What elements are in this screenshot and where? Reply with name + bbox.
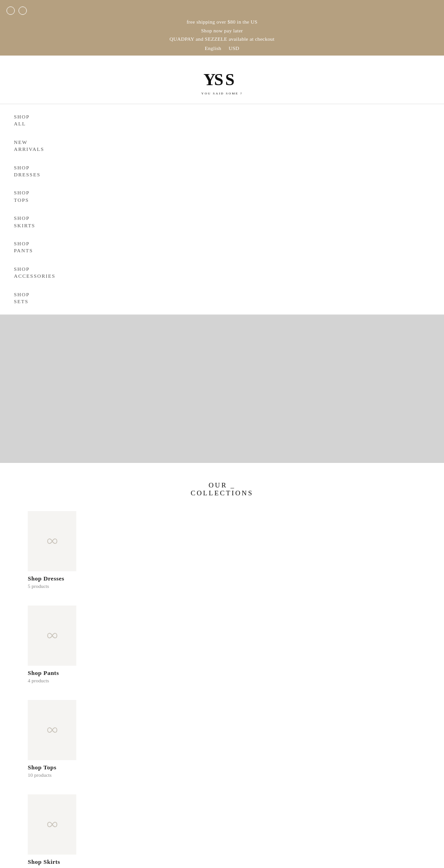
- collection-item-skirts[interactable]: Shop Skirts: [14, 794, 430, 866]
- dresses-placeholder-icon: [43, 537, 62, 546]
- nav-item-shop-dresses[interactable]: ShopDresses: [0, 159, 444, 184]
- collection-image-pants: [28, 606, 76, 666]
- nav-item-shop-accessories[interactable]: ShopAccessories: [0, 260, 444, 286]
- nav-item-new-arrivals[interactable]: NewArrivals: [0, 133, 444, 159]
- collection-image-tops: [28, 700, 76, 760]
- svg-text:SS: SS: [214, 70, 236, 89]
- collection-name-skirts: Shop Skirts: [28, 858, 430, 866]
- icon-circle-2: [18, 6, 27, 15]
- skirts-placeholder-icon: [43, 820, 62, 829]
- collection-name-tops: Shop Tops: [28, 764, 430, 771]
- collection-label-dresses: Shop Dresses 5 products: [28, 575, 430, 589]
- logo[interactable]: Y SS YOU SAID SOME ?: [201, 69, 243, 95]
- announcement-line1: free shipping over $80 in the US: [0, 18, 444, 26]
- announcement-line2: Shop now pay later: [0, 26, 444, 35]
- collection-image-dresses: [28, 511, 76, 571]
- collection-item-pants[interactable]: Shop Pants 4 products: [14, 606, 430, 683]
- tops-placeholder-icon: [43, 725, 62, 735]
- hero-image: [0, 315, 444, 463]
- site-header: Y SS YOU SAID SOME ?: [0, 56, 444, 104]
- collection-label-tops: Shop Tops 10 products: [28, 764, 430, 778]
- collections-section: OUR _COLLECTIONS Shop Dresses 5 products…: [0, 463, 444, 868]
- nav-list: ShopAll NewArrivals ShopDresses ShopTops…: [0, 104, 444, 314]
- collection-image-skirts: [28, 794, 76, 855]
- collection-label-skirts: Shop Skirts: [28, 858, 430, 866]
- nav-item-shop-pants[interactable]: ShopPants: [0, 235, 444, 260]
- collection-name-dresses: Shop Dresses: [28, 575, 430, 582]
- nav-item-shop-tops[interactable]: ShopTops: [0, 184, 444, 209]
- icon-circle-1: [6, 6, 15, 15]
- language-selector[interactable]: English: [205, 45, 222, 51]
- nav-item-shop-skirts[interactable]: ShopSkirts: [0, 209, 444, 235]
- collection-label-pants: Shop Pants 4 products: [28, 669, 430, 683]
- logo-brand: Y SS: [201, 69, 243, 92]
- logo-tagline: YOU SAID SOME ?: [201, 92, 243, 95]
- collection-count-pants: 4 products: [28, 678, 430, 683]
- announcement-line3: QUADPAY and SEZZELE available at checkou…: [0, 35, 444, 44]
- announcement-bar: free shipping over $80 in the US Shop no…: [0, 0, 444, 56]
- collection-count-tops: 10 products: [28, 772, 430, 778]
- currency-selector[interactable]: USD: [228, 45, 239, 51]
- collection-item-dresses[interactable]: Shop Dresses 5 products: [14, 511, 430, 589]
- nav-item-shop-sets[interactable]: Shopsets: [0, 286, 444, 311]
- collection-name-pants: Shop Pants: [28, 669, 430, 677]
- logo-svg: Y SS: [201, 69, 243, 89]
- main-nav: ShopAll NewArrivals ShopDresses ShopTops…: [0, 104, 444, 315]
- collection-count-dresses: 5 products: [28, 583, 430, 589]
- pants-placeholder-icon: [43, 631, 62, 640]
- collections-title: OUR _COLLECTIONS: [14, 481, 430, 497]
- collection-item-tops[interactable]: Shop Tops 10 products: [14, 700, 430, 778]
- nav-item-shop-all[interactable]: ShopAll: [0, 108, 444, 133]
